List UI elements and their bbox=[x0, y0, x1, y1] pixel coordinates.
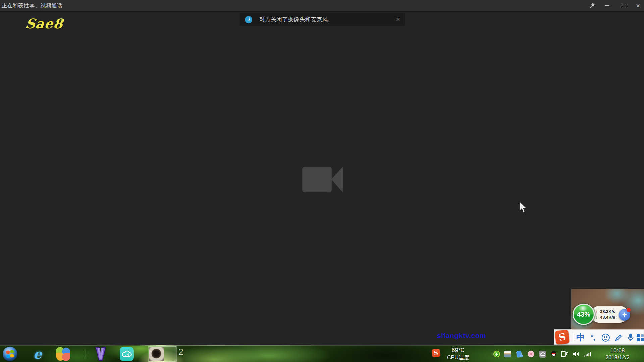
cloud-sync-icon bbox=[120, 347, 134, 361]
pushpin-icon bbox=[589, 3, 595, 8]
ime-toolbox-button[interactable] bbox=[636, 330, 644, 345]
mouse-cursor bbox=[519, 201, 528, 214]
close-icon: × bbox=[636, 2, 640, 9]
download-speed-value: 43.4K/s bbox=[600, 315, 615, 320]
cpu-temp-value: 69°C bbox=[442, 346, 474, 354]
taskbar-item-media-pinwheel[interactable] bbox=[55, 346, 71, 362]
driver-assistant-icon bbox=[504, 351, 511, 357]
ime-divider bbox=[572, 332, 572, 343]
tray-network-icon[interactable] bbox=[584, 350, 591, 358]
pinwheel-media-icon bbox=[56, 347, 70, 361]
sogou-logo-icon[interactable]: S bbox=[555, 330, 570, 345]
taskbar-item-internet-explorer[interactable]: e bbox=[30, 346, 46, 362]
purple-v-icon bbox=[94, 347, 107, 361]
volume-icon bbox=[572, 351, 580, 357]
sogou-tray-letter: S bbox=[434, 349, 438, 356]
minimize-icon bbox=[605, 5, 609, 6]
video-call-area: Sae8 i 对方关闭了摄像头和麦克风。 × sifangktv.com bbox=[0, 11, 644, 345]
window-titlebar: 正在和莪姓李、视频通话 × bbox=[0, 0, 644, 11]
ime-language-toggle[interactable]: 中 bbox=[575, 330, 587, 345]
tray-cloud-disk-icon[interactable] bbox=[539, 350, 546, 358]
phone-manager-icon bbox=[516, 351, 522, 358]
upload-arrow-icon: ↑ bbox=[595, 309, 600, 314]
download-arrow-icon: ↓ bbox=[595, 315, 600, 320]
notification-text: 对方关闭了摄像头和麦克风。 bbox=[259, 16, 391, 23]
site-watermark: sifangktv.com bbox=[437, 331, 486, 340]
ime-handwriting-button[interactable] bbox=[612, 330, 625, 345]
ime-emoji-button[interactable] bbox=[599, 330, 612, 345]
taskbar-clock[interactable]: 10:08 2018/12/2 bbox=[599, 347, 636, 361]
tray-cpu-temperature[interactable]: 69°C CPU温度 bbox=[442, 346, 474, 361]
tray-phone-manager-icon[interactable] bbox=[515, 350, 523, 358]
smiley-icon bbox=[602, 334, 610, 342]
tray-antivirus-icon[interactable]: + bbox=[493, 350, 500, 358]
ime-punctuation-toggle[interactable]: °, bbox=[587, 330, 598, 345]
taskbar-item-purple-v-app[interactable] bbox=[93, 346, 109, 362]
clock-date: 2018/12/2 bbox=[599, 354, 636, 361]
camera-body bbox=[302, 167, 332, 192]
restore-icon bbox=[622, 4, 626, 7]
windows-taskbar: e 2 bbox=[0, 345, 644, 362]
qq-penguin-icon bbox=[551, 351, 556, 357]
ime-voice-button[interactable] bbox=[625, 330, 636, 345]
network-signal-icon bbox=[584, 351, 591, 357]
pencil-icon bbox=[614, 334, 623, 342]
taskbar-item-active-video-call[interactable] bbox=[148, 346, 177, 362]
screen: 正在和莪姓李、视频通话 × Sae8 i 对方关闭了摄像头和麦克风。 × bbox=[0, 0, 644, 362]
sogou-logo-letter: S bbox=[558, 332, 567, 342]
clock-time: 10:08 bbox=[599, 347, 636, 354]
app-logo: Sae8 bbox=[25, 16, 64, 32]
upload-speed-value: 38.3K/s bbox=[600, 309, 615, 314]
memory-percent-ball[interactable]: 43% bbox=[573, 304, 595, 325]
tray-volume-icon[interactable] bbox=[572, 350, 580, 358]
tray-sogou-icon[interactable]: S bbox=[432, 349, 440, 357]
toolbox-grid-icon bbox=[637, 334, 644, 341]
restore-button[interactable] bbox=[616, 0, 631, 11]
window-count-badge: 2 bbox=[178, 347, 183, 357]
flower-icon bbox=[528, 351, 534, 357]
minimize-button[interactable] bbox=[600, 0, 614, 11]
memory-percent-value: 43% bbox=[577, 311, 590, 318]
internet-explorer-icon: e bbox=[33, 347, 42, 361]
tray-flower-icon[interactable] bbox=[527, 350, 535, 358]
antivirus-icon: + bbox=[493, 351, 500, 357]
info-icon: i bbox=[245, 16, 252, 23]
close-button[interactable]: × bbox=[632, 0, 644, 11]
tray-qq-icon[interactable] bbox=[550, 350, 557, 358]
taskbar-drag-handle bbox=[83, 348, 86, 360]
tray-driver-assistant-icon[interactable] bbox=[504, 350, 511, 358]
plus-icon: + bbox=[622, 311, 627, 319]
camera-lens bbox=[331, 167, 343, 192]
window-title: 正在和莪姓李、视频通话 bbox=[2, 0, 63, 11]
notification-close-icon[interactable]: × bbox=[391, 16, 405, 23]
video-call-thumbnail bbox=[149, 347, 164, 361]
cloud-disk-icon bbox=[539, 351, 546, 358]
taskbar-item-cloud-sync[interactable] bbox=[119, 346, 135, 362]
start-button[interactable] bbox=[3, 347, 17, 361]
microphone-icon bbox=[627, 333, 634, 342]
tray-power-plug-icon[interactable] bbox=[561, 350, 568, 358]
cpu-temp-label: CPU温度 bbox=[442, 354, 474, 361]
notification-dot bbox=[627, 308, 631, 312]
sogou-ime-bar: S 中 °, bbox=[554, 329, 644, 345]
power-plug-icon bbox=[561, 350, 568, 358]
notification-bar: i 对方关闭了摄像头和麦克风。 × bbox=[240, 13, 405, 26]
pin-window-button[interactable] bbox=[585, 0, 599, 11]
windows-flag-icon bbox=[6, 350, 14, 358]
